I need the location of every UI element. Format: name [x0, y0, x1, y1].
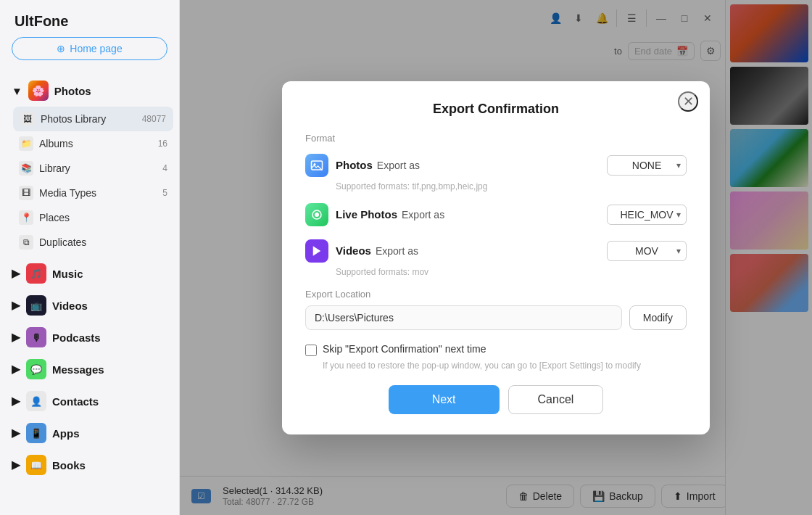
photos-export-as-label: Export as	[377, 160, 420, 171]
live-photos-format-select[interactable]: HEIC_MOV JPG MOV MP4	[607, 205, 687, 225]
messages-icon: 💬	[26, 359, 46, 379]
videos-arrow-icon: ▶	[12, 299, 20, 312]
skip-label: Skip "Export Confirmation" next time	[323, 343, 486, 355]
sidebar: UltFone ⊕ Home page ▼ 🌸 Photos 🖼 Photos …	[0, 0, 180, 515]
videos-format-hint: Supported formats: mov	[336, 267, 687, 277]
books-arrow-icon: ▶	[12, 458, 20, 471]
sidebar-item-photos[interactable]: ▼ 🌸 Photos	[0, 75, 179, 107]
home-page-label: Home page	[70, 43, 122, 54]
contacts-icon: 👤	[26, 391, 46, 411]
contacts-arrow-icon: ▶	[12, 395, 20, 408]
photos-format-hint: Supported formats: tif,png,bmp,heic,jpg	[336, 181, 687, 191]
albums-icon: 📁	[19, 136, 33, 151]
photos-section: ▼ 🌸 Photos 🖼 Photos Library 48077 📁 Albu…	[0, 72, 179, 258]
videos-format-row: Videos Export as MOV MP4	[305, 239, 687, 263]
photos-arrow-icon: ▼	[12, 85, 22, 97]
sidebar-item-places[interactable]: 📍 Places	[7, 205, 179, 230]
sidebar-item-messages[interactable]: ▶ 💬 Messages	[0, 353, 179, 385]
albums-badge: 16	[158, 139, 167, 149]
library-label: Library	[39, 162, 70, 174]
music-label: Music	[52, 268, 83, 280]
duplicates-icon: ⧉	[19, 235, 33, 250]
sidebar-item-videos[interactable]: ▶ 📺 Videos	[0, 289, 179, 321]
skip-checkbox[interactable]	[305, 345, 317, 356]
svg-marker-4	[313, 246, 321, 256]
photos-format-select-wrap[interactable]: NONE JPG PNG BMP HEIC TIF	[607, 155, 687, 176]
live-photos-format-row: Live Photos Export as HEIC_MOV JPG MOV M…	[305, 203, 687, 226]
next-button[interactable]: Next	[389, 385, 500, 414]
videos-export-as-label: Export as	[376, 245, 418, 257]
sidebar-item-books[interactable]: ▶ 📖 Books	[0, 449, 179, 481]
music-arrow-icon: ▶	[12, 267, 20, 280]
photos-format-row: Photos Export as NONE JPG PNG BMP HEIC T…	[305, 154, 687, 177]
modal-close-button[interactable]: ✕	[678, 91, 698, 112]
live-photos-export-as-label: Export as	[402, 209, 444, 221]
places-label: Places	[39, 212, 70, 223]
sidebar-item-albums[interactable]: 📁 Albums 16	[7, 131, 179, 156]
sidebar-item-media-types[interactable]: 🎞 Media Types 5	[7, 181, 179, 205]
live-photos-format-name: Live Photos	[336, 208, 397, 221]
library-badge: 4	[162, 163, 167, 173]
skip-hint: If you need to restore the pop-up window…	[323, 360, 687, 371]
apps-arrow-icon: ▶	[12, 427, 20, 440]
photos-library-badge: 48077	[142, 114, 166, 124]
photos-format-select[interactable]: NONE JPG PNG BMP HEIC TIF	[607, 155, 687, 176]
videos-format-icon	[305, 239, 328, 263]
books-icon: 📖	[26, 455, 46, 475]
sidebar-item-contacts[interactable]: ▶ 👤 Contacts	[0, 385, 179, 417]
sidebar-item-apps[interactable]: ▶ 📱 Apps	[0, 417, 179, 449]
export-location-label: Export Location	[305, 289, 687, 300]
app-title: UltFone	[0, 0, 179, 37]
podcasts-arrow-icon: ▶	[12, 331, 20, 344]
books-label: Books	[52, 459, 86, 471]
skip-row: Skip "Export Confirmation" next time	[305, 343, 687, 356]
home-icon: ⊕	[57, 43, 65, 54]
sidebar-item-music[interactable]: ▶ 🎵 Music	[0, 258, 179, 289]
sidebar-item-library[interactable]: 📚 Library 4	[7, 156, 179, 181]
export-confirmation-modal: ✕ Export Confirmation Format Photos Expo…	[282, 81, 710, 434]
modal-title: Export Confirmation	[305, 102, 687, 117]
duplicates-label: Duplicates	[39, 236, 86, 248]
main-content: 👤 ⬇ 🔔 ☰ — □ ✕ to End date 📅 ⚙ ☑ Selected…	[180, 0, 812, 515]
podcasts-icon: 🎙	[26, 327, 46, 347]
videos-label: Videos	[52, 300, 88, 312]
export-location-section: Export Location Modify	[305, 289, 687, 330]
apps-label: Apps	[52, 427, 80, 440]
messages-arrow-icon: ▶	[12, 363, 20, 376]
cancel-button[interactable]: Cancel	[508, 385, 604, 414]
places-icon: 📍	[19, 210, 33, 225]
videos-format-select[interactable]: MOV MP4	[607, 241, 687, 261]
live-photos-format-icon	[305, 203, 328, 226]
export-path-input[interactable]	[305, 305, 622, 330]
videos-format-name: Videos	[336, 244, 371, 257]
photos-icon: 🌸	[28, 81, 49, 101]
live-photos-format-select-wrap[interactable]: HEIC_MOV JPG MOV MP4	[607, 205, 687, 225]
sidebar-item-podcasts[interactable]: ▶ 🎙 Podcasts	[0, 321, 179, 353]
videos-format-select-wrap[interactable]: MOV MP4	[607, 241, 687, 261]
media-types-label: Media Types	[39, 187, 96, 199]
export-location-row: Modify	[305, 305, 687, 330]
close-icon: ✕	[683, 94, 694, 110]
library-icon: 📚	[19, 161, 33, 176]
media-types-icon: 🎞	[19, 186, 33, 200]
photos-library-icon: 🖼	[20, 112, 35, 126]
modal-footer: Next Cancel	[305, 385, 687, 414]
podcasts-label: Podcasts	[52, 331, 101, 344]
messages-label: Messages	[52, 363, 104, 376]
format-section-label: Format	[305, 133, 687, 144]
photos-library-label: Photos Library	[41, 113, 106, 125]
photos-label: Photos	[54, 85, 91, 97]
sidebar-item-duplicates[interactable]: ⧉ Duplicates	[7, 230, 179, 255]
photos-format-icon	[305, 154, 328, 177]
photos-children: 🖼 Photos Library 48077 📁 Albums 16 📚 Lib…	[0, 107, 179, 255]
modal-overlay: ✕ Export Confirmation Format Photos Expo…	[180, 0, 812, 515]
apps-icon: 📱	[26, 423, 46, 443]
media-types-badge: 5	[162, 188, 167, 198]
music-icon: 🎵	[26, 263, 46, 284]
albums-label: Albums	[39, 138, 73, 149]
videos-icon: 📺	[26, 295, 46, 316]
home-page-button[interactable]: ⊕ Home page	[12, 37, 167, 60]
modify-button[interactable]: Modify	[629, 305, 687, 330]
sidebar-item-photos-library[interactable]: 🖼 Photos Library 48077	[13, 107, 173, 131]
svg-point-2	[315, 213, 319, 217]
